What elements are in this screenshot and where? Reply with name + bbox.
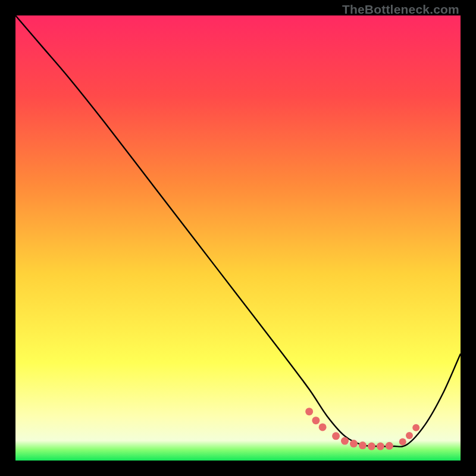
trough-dot <box>332 432 340 440</box>
trough-dot <box>406 432 413 439</box>
watermark-text: TheBottleneck.com <box>342 2 459 17</box>
trough-dot <box>377 443 384 450</box>
trough-dot <box>386 442 393 450</box>
trough-dot <box>312 416 320 424</box>
trough-dot <box>319 423 327 431</box>
chart-canvas <box>15 15 461 461</box>
trough-dot <box>341 437 349 445</box>
plot-background <box>15 15 461 461</box>
trough-dot <box>305 408 313 415</box>
trough-dot <box>368 443 375 450</box>
trough-dot <box>359 441 367 449</box>
trough-dot <box>350 440 358 447</box>
trough-dot <box>412 424 419 431</box>
trough-dot <box>399 439 406 446</box>
chart-frame: TheBottleneck.com <box>0 0 476 476</box>
